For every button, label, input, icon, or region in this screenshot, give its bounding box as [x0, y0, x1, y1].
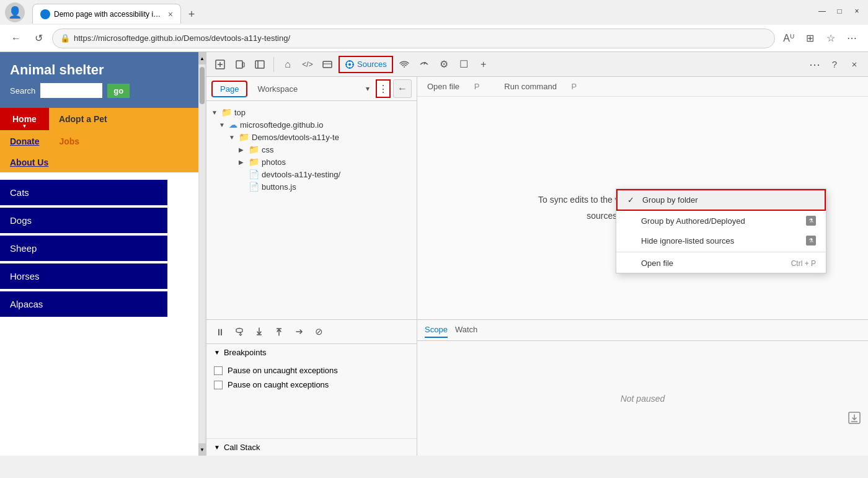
bp-caught-label: Pause on caught exceptions	[228, 380, 329, 389]
sources-left-panel: Page Workspace ▾ ⋮ ← ▼ 📁 top	[206, 77, 417, 319]
home-dt-icon[interactable]: ⌂	[279, 56, 296, 73]
menu-hide-ignored[interactable]: ✓ Hide ignore-listed sources ⚗	[616, 231, 826, 250]
donate-nav-item[interactable]: Donate	[0, 131, 49, 151]
bp-caught-checkbox[interactable]	[214, 381, 223, 389]
navigate-back-btn[interactable]: ←	[393, 79, 412, 98]
left-scroll-indicator[interactable]: ▲ ▼	[198, 52, 206, 456]
step-into-btn[interactable]	[251, 324, 267, 340]
scope-tabs: Scope Watch	[417, 320, 868, 341]
open-shortcut: P	[474, 82, 480, 91]
top-label: top	[234, 108, 246, 117]
tree-photos[interactable]: ▶ 📁 photos	[209, 156, 414, 168]
inspect-icon[interactable]	[211, 56, 229, 73]
three-dot-menu-btn[interactable]: ⋮	[376, 79, 391, 98]
performance-icon[interactable]	[415, 56, 433, 73]
svg-rect-1	[236, 61, 242, 68]
horses-btn[interactable]: Horses	[0, 263, 167, 289]
hints-bar: Open file P Run command P	[417, 77, 868, 97]
scroll-up-arrow[interactable]: ▲	[198, 52, 206, 64]
search-input[interactable]	[40, 83, 102, 98]
bp-uncaught-checkbox[interactable]	[214, 366, 223, 375]
deactivate-btn[interactable]: ⊘	[311, 324, 327, 340]
url-text: https://microsoftedge.github.io/Demos/de…	[74, 33, 290, 43]
step-btn[interactable]	[291, 324, 307, 340]
folder-arrow: ▼	[229, 134, 236, 141]
step-over-btn[interactable]	[231, 324, 247, 340]
bottom-section: ⏸ ⊘ ▼	[206, 319, 868, 456]
read-aloud-icon[interactable]: Aᵁ	[780, 30, 797, 47]
close-btn[interactable]: ×	[851, 5, 863, 17]
file2-icon: 📄	[249, 182, 259, 192]
devtools-help-btn[interactable]: ?	[826, 56, 843, 73]
photos-label: photos	[262, 157, 286, 167]
tab-close-btn[interactable]: ×	[168, 9, 173, 19]
profile-icon[interactable]: 👤	[5, 2, 25, 22]
scroll-down-arrow[interactable]: ▼	[198, 443, 206, 456]
svg-rect-5	[323, 61, 332, 68]
step-out-btn[interactable]	[271, 324, 287, 340]
split-screen-icon[interactable]: ⊞	[801, 30, 818, 47]
scroll-thumb[interactable]	[200, 64, 205, 443]
jobs-nav-item[interactable]: Jobs	[49, 131, 89, 151]
toolbar-separator-1	[273, 57, 274, 72]
tree-domain[interactable]: ▼ ☁ microsoftedge.github.io	[209, 118, 414, 131]
pause-btn[interactable]: ⏸	[211, 324, 228, 340]
menu-group-by-folder[interactable]: ✓ Group by folder	[616, 189, 826, 211]
sidebar-toggle-icon[interactable]	[251, 56, 268, 73]
menu-open-file[interactable]: ✓ Open file Ctrl + P	[616, 254, 826, 273]
adopt-nav-item[interactable]: Adopt a Pet	[49, 108, 117, 130]
device-icon[interactable]	[231, 56, 249, 73]
file2-label: buttons.js	[262, 182, 296, 192]
settings-dt-icon[interactable]: ⚙	[435, 56, 453, 73]
tree-file1[interactable]: ▶ 📄 devtools-a11y-testing/	[209, 168, 414, 180]
browser-more-btn[interactable]: ⋯	[843, 30, 861, 47]
devtools-close-btn[interactable]: ×	[846, 56, 863, 73]
minimize-btn[interactable]: —	[816, 5, 828, 17]
sources-dropdown-btn[interactable]: ▾	[362, 83, 373, 94]
new-tab-btn[interactable]: +	[182, 5, 201, 24]
tree-css[interactable]: ▶ 📁 css	[209, 143, 414, 156]
wifi-icon[interactable]	[396, 56, 413, 73]
css-folder-icon: 📁	[249, 144, 259, 154]
open-file-menu-label: Open file	[641, 259, 786, 268]
elements-icon[interactable]: </>	[299, 56, 316, 73]
dogs-btn[interactable]: Dogs	[0, 208, 167, 233]
site-search: Search go	[10, 83, 188, 98]
reload-btn[interactable]: ↺	[30, 30, 47, 47]
favorites-icon[interactable]: ☆	[822, 30, 839, 47]
network-icon[interactable]	[319, 56, 336, 73]
address-bar: ← ↺ 🔒 https://microsoftedge.github.io/De…	[0, 25, 868, 52]
application-icon[interactable]: ☐	[455, 56, 472, 73]
breakpoints-header[interactable]: ▼ Breakpoints	[206, 344, 417, 361]
tree-folder[interactable]: ▼ 📁 Demos/devtools-a11y-te	[209, 131, 414, 143]
cats-btn[interactable]: Cats	[0, 180, 167, 205]
scope-tab[interactable]: Scope	[425, 322, 448, 338]
add-panel-icon[interactable]: +	[475, 56, 492, 73]
call-stack-arrow: ▼	[214, 444, 220, 451]
breakpoints-label: Breakpoints	[224, 348, 267, 357]
photos-arrow: ▶	[239, 159, 246, 166]
sheep-btn[interactable]: Sheep	[0, 236, 167, 261]
maximize-btn[interactable]: □	[833, 5, 846, 17]
home-nav-item[interactable]: Home	[0, 108, 49, 130]
devtools-more-btn[interactable]: ⋯	[806, 56, 823, 73]
svg-rect-2	[242, 63, 244, 67]
alpacas-btn[interactable]: Alpacas	[0, 291, 167, 317]
tree-file2[interactable]: ▶ 📄 buttons.js	[209, 180, 414, 193]
url-box[interactable]: 🔒 https://microsoftedge.github.io/Demos/…	[52, 29, 775, 48]
nav-row-1: Home Adopt a Pet	[0, 108, 198, 130]
browser-toolbar: Aᵁ ⊞ ☆ ⋯	[780, 30, 861, 47]
watch-tab[interactable]: Watch	[455, 322, 477, 338]
browser-tab[interactable]: Demo page with accessibility issu ×	[32, 4, 181, 24]
menu-group-authored[interactable]: ✓ Group by Authored/Deployed ⚗	[616, 211, 826, 231]
about-nav-item[interactable]: About Us	[0, 153, 198, 172]
sources-panel-btn[interactable]: Sources	[339, 56, 393, 73]
search-button[interactable]: go	[107, 84, 130, 98]
tree-top[interactable]: ▼ 📁 top	[209, 106, 414, 118]
call-stack-header[interactable]: ▼ Call Stack	[206, 438, 417, 456]
check-icon: ✓	[627, 195, 637, 205]
workspace-tab[interactable]: Workspace	[250, 82, 305, 96]
page-tab[interactable]: Page	[211, 81, 247, 97]
bp-uncaught-label: Pause on uncaught exceptions	[228, 366, 338, 375]
back-btn[interactable]: ←	[7, 30, 25, 47]
